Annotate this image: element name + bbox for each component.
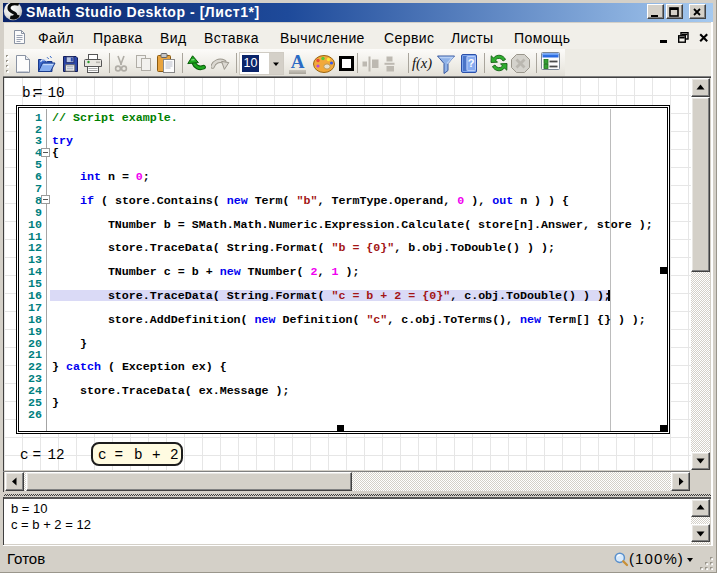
svg-text:?: ? bbox=[468, 57, 475, 69]
